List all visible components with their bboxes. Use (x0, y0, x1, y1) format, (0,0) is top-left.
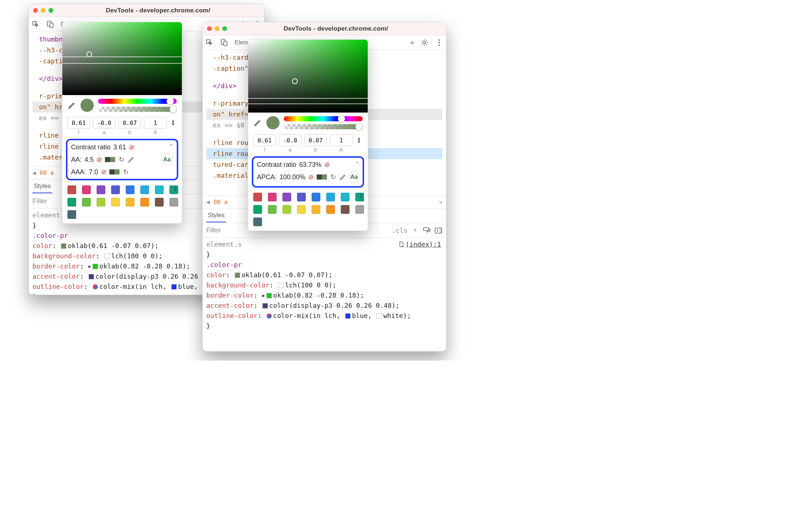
palette-swatch[interactable] (67, 210, 76, 219)
tab-styles[interactable]: Styles (32, 180, 52, 193)
palette-swatch[interactable] (282, 205, 291, 214)
hue-slider[interactable] (98, 99, 177, 104)
swatch-icon[interactable] (93, 284, 98, 290)
channel-b-input[interactable] (118, 117, 141, 129)
palette-swatch[interactable] (341, 205, 350, 214)
palette-swatch[interactable] (268, 193, 277, 201)
palette-swatch[interactable] (111, 198, 120, 207)
crumb-item[interactable]: a (224, 199, 228, 205)
saturation-field[interactable] (62, 22, 182, 95)
color-picker-popover[interactable]: ▲▼ l a b A Contrast ratio 63.73% ⊘ ˄ APC… (248, 39, 368, 231)
gear-icon[interactable] (421, 39, 429, 47)
refresh-icon[interactable]: ↻ (119, 156, 124, 164)
palette-swatch[interactable] (82, 185, 91, 194)
channel-a-input[interactable] (279, 134, 301, 146)
format-stepper[interactable]: ▲▼ (357, 137, 363, 144)
paint-icon[interactable] (423, 227, 431, 235)
palette-swatch[interactable] (297, 193, 306, 201)
palette-swatch[interactable] (312, 193, 320, 201)
swatch-icon[interactable] (266, 293, 272, 298)
palette-swatch[interactable] (155, 185, 164, 194)
slider-thumb[interactable] (355, 123, 363, 130)
eyedropper-icon[interactable] (67, 101, 76, 110)
palette-swatch[interactable] (355, 205, 364, 214)
window-close-icon[interactable] (207, 26, 212, 31)
filter-input[interactable]: Filter (206, 227, 221, 234)
source-link[interactable]: (index):1 (399, 239, 441, 250)
swatch-icon[interactable] (235, 272, 240, 278)
palette-swatch[interactable] (169, 198, 178, 207)
kebab-menu-icon[interactable] (435, 39, 443, 47)
swatch-icon[interactable] (93, 264, 98, 269)
crumb-prev-icon[interactable]: ◀ (206, 199, 210, 205)
palette-swatch[interactable] (67, 198, 76, 207)
hue-slider[interactable] (284, 116, 363, 121)
eyedropper-icon[interactable] (127, 156, 135, 164)
palette-swatch[interactable] (297, 205, 306, 214)
swatch-icon[interactable] (266, 313, 272, 319)
channel-alpha-input[interactable] (144, 117, 167, 129)
crumb-item[interactable]: 00 (214, 199, 220, 205)
channel-b-input[interactable] (304, 134, 327, 146)
collapse-icon[interactable]: ˄ (170, 143, 173, 151)
palette-swatch[interactable] (253, 217, 262, 226)
cls-toggle[interactable]: .cls (392, 227, 407, 234)
crumb-item[interactable]: 00 (40, 169, 47, 176)
swatch-pair-icon[interactable] (317, 174, 327, 180)
current-color-swatch[interactable] (266, 116, 280, 129)
inspect-icon[interactable] (32, 20, 40, 28)
palette-swatch[interactable] (140, 198, 149, 207)
swatch-icon[interactable] (104, 254, 110, 259)
crumb-prev-icon[interactable]: ◀ (32, 169, 36, 176)
palette-swatch[interactable] (97, 198, 105, 207)
swatch-icon[interactable] (278, 283, 284, 288)
swatch-pair-icon[interactable] (109, 169, 120, 174)
crumb-item[interactable]: a (50, 169, 54, 176)
saturation-cursor[interactable] (292, 78, 298, 84)
window-zoom-icon[interactable] (48, 8, 53, 13)
palette-swatch[interactable] (97, 185, 105, 194)
palette-swatch[interactable] (82, 198, 91, 207)
window-zoom-icon[interactable] (222, 26, 227, 31)
slider-thumb[interactable] (338, 115, 345, 122)
filter-input[interactable]: Filter (32, 197, 47, 205)
device-toggle-icon[interactable] (220, 39, 228, 47)
swatch-icon[interactable] (89, 274, 94, 279)
palette-stepper[interactable]: ▲▼ (359, 193, 363, 199)
window-close-icon[interactable] (33, 8, 38, 13)
css-rules[interactable]: element.s (index):1 } .color-pr color: o… (203, 238, 446, 333)
add-rule-icon[interactable]: + (411, 227, 419, 235)
panel-side-icon[interactable] (434, 227, 442, 235)
palette-swatch[interactable] (326, 193, 335, 201)
palette-swatch[interactable] (312, 205, 320, 214)
slider-thumb[interactable] (169, 106, 177, 113)
inspect-icon[interactable] (206, 39, 214, 47)
palette-stepper[interactable]: ▲▼ (173, 185, 177, 192)
refresh-icon[interactable]: ↻ (331, 173, 336, 181)
palette-swatch[interactable] (111, 185, 120, 194)
window-minimize-icon[interactable] (41, 8, 46, 13)
channel-alpha-input[interactable] (330, 134, 352, 146)
device-toggle-icon[interactable] (46, 20, 54, 28)
palette-swatch[interactable] (268, 205, 277, 214)
palette-swatch[interactable] (126, 185, 134, 194)
color-picker-popover[interactable]: ▲▼ l a b A Contrast ratio 3.61 ⊘ ˄ AA: 4… (62, 22, 182, 224)
swatch-icon[interactable] (262, 303, 268, 309)
palette-swatch[interactable] (341, 193, 350, 201)
alpha-slider[interactable] (98, 107, 177, 112)
swatch-pair-icon[interactable] (105, 157, 115, 162)
channel-a-input[interactable] (93, 117, 116, 129)
overflow-chevron-icon[interactable]: » (410, 39, 414, 46)
collapse-icon[interactable]: ˄ (356, 161, 359, 169)
palette-swatch[interactable] (67, 185, 76, 194)
palette-swatch[interactable] (326, 205, 335, 214)
swatch-icon[interactable] (171, 284, 177, 290)
saturation-cursor[interactable] (86, 51, 92, 57)
tab-styles[interactable]: Styles (206, 209, 226, 223)
channel-l-input[interactable] (253, 134, 276, 146)
format-stepper[interactable]: ▲▼ (171, 119, 177, 126)
palette-swatch[interactable] (253, 193, 262, 201)
window-minimize-icon[interactable] (215, 26, 219, 31)
slider-thumb[interactable] (167, 98, 174, 105)
eyedropper-icon[interactable] (339, 173, 346, 181)
